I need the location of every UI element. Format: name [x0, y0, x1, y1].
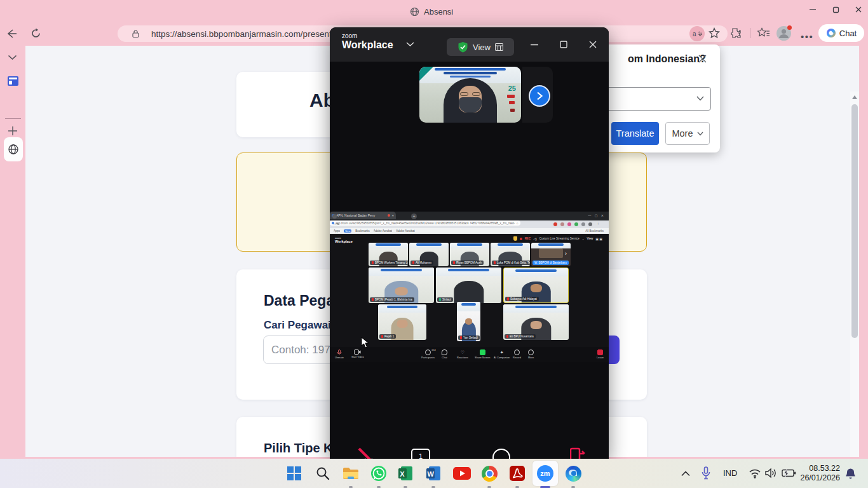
participant-name-label: Riyan BBPOM Aceh: [451, 261, 484, 265]
browser-tab-absensi[interactable]: Absensi: [410, 4, 453, 19]
favorite-star-icon[interactable]: [709, 27, 720, 39]
participant-name-label: BPOM (Pejab) 1, Elshinta Ina: [370, 297, 414, 302]
participant-name-label: Ali Muhamm: [410, 261, 433, 265]
scroll-up-arrow-icon[interactable]: [852, 95, 857, 99]
notification-bell-icon[interactable]: [845, 468, 856, 479]
security-shield-icon: [458, 41, 468, 53]
clock[interactable]: 08.53.22 26/01/2026: [798, 464, 840, 483]
tray-expand-chevron[interactable]: [681, 471, 690, 477]
zoom-bottom-controls-partial: 1: [330, 444, 609, 459]
shared-tab-close-icon: ×: [391, 214, 394, 217]
new-tab-button[interactable]: [8, 126, 18, 136]
taskbar-excel[interactable]: X: [393, 461, 418, 486]
zoom-brand-large: Workplace: [342, 39, 393, 50]
scrollbar-thumb[interactable]: [851, 104, 858, 338]
shared-bookmarks-bar: Apps New Bookmarks Adobe Acrobat Adobe A…: [330, 228, 609, 234]
participant-tile: Riyan BBPOM Aceh: [450, 243, 489, 266]
anniversary-25-badge: 25: [508, 85, 516, 92]
participant-name-label: Subagyo Adi Hidayat: [505, 297, 539, 301]
shared-camera-icons: ▣ ▣: [595, 237, 602, 241]
participant-name-label: W. BBPOM di Banjarbaru: [532, 261, 569, 265]
translate-button[interactable]: Translate: [611, 122, 659, 145]
shared-bookmark-apps: Apps: [334, 229, 340, 233]
zoom-view-button[interactable]: View: [447, 38, 514, 56]
word-icon: W: [426, 466, 441, 481]
shared-extensions-icon: [581, 222, 585, 226]
zoom-menu-chevron-icon[interactable]: [406, 42, 414, 47]
taskbar-word[interactable]: W: [421, 461, 446, 486]
file-explorer-icon: [342, 466, 359, 480]
collapse-sidebar-chevron-icon[interactable]: [8, 55, 17, 60]
browser-minimize-button[interactable]: [808, 5, 817, 14]
leave-button-partial[interactable]: [570, 447, 587, 459]
profile-avatar[interactable]: [776, 26, 791, 41]
shared-reactions-button: ♡ Reactions: [457, 349, 468, 359]
taskbar-chrome[interactable]: [477, 461, 502, 486]
chevron-down-icon: [697, 132, 703, 136]
taskbar-youtube[interactable]: [449, 461, 475, 486]
zoom-minimize-button[interactable]: [531, 44, 538, 46]
face-mask: [459, 97, 482, 112]
taskbar-zoom-active[interactable]: zm: [532, 461, 558, 486]
zoom-brand-small: zoom: [342, 33, 393, 39]
participant-tile: BPOM Workers Timang Lin: [369, 243, 408, 266]
favorites-list-icon[interactable]: [757, 27, 770, 39]
zoom-workplace-window: zoom Workplace View: [330, 27, 609, 459]
shared-participants-button: 154 Participants: [421, 349, 435, 359]
translate-page-icon[interactable]: a: [689, 26, 705, 41]
browser-maximize-button[interactable]: [831, 5, 840, 14]
browser-window-controls: [808, 5, 863, 14]
shared-address-bar: app.zoom.us/wc/96259550555/join?_x_zm_rt…: [330, 220, 520, 226]
banner-red-mark: [507, 95, 515, 98]
participant-name-label: Loka POM di Kab Bela. Te: [492, 261, 530, 265]
refresh-button[interactable]: [31, 28, 41, 39]
participant-name-label: Eti BPU Nusantara: [505, 334, 536, 339]
active-tab-thumbnail[interactable]: [4, 137, 23, 161]
employee-search-label: Cari Pegawai (: [264, 319, 337, 332]
shared-chat-button: Chat: [442, 349, 447, 359]
chevron-right-icon: [536, 92, 543, 100]
volume-icon[interactable]: [765, 468, 777, 478]
taskbar-search-button[interactable]: [310, 461, 336, 486]
video-button-partial[interactable]: 1: [411, 449, 430, 459]
shared-tab-title: APN. Nasional Badan Peny: [336, 214, 386, 217]
copilot-chat-button[interactable]: Chat: [818, 24, 864, 42]
pinned-site-icon[interactable]: [8, 76, 18, 86]
browser-close-button[interactable]: [854, 5, 863, 14]
microphone-in-use-icon[interactable]: [702, 466, 710, 480]
page-scrollbar[interactable]: [850, 92, 859, 488]
view-label: View: [473, 43, 491, 52]
participant-tile: Loka POM di Kab Bela. Te: [491, 243, 530, 266]
shared-more-button: More: [528, 349, 534, 359]
start-button[interactable]: [281, 461, 307, 486]
zoom-close-button[interactable]: [589, 41, 597, 48]
record-button-partial[interactable]: [492, 449, 510, 459]
translate-popup-close-icon[interactable]: [698, 54, 707, 64]
language-indicator[interactable]: IND: [723, 468, 737, 478]
battery-charging-icon[interactable]: [782, 469, 796, 477]
extensions-icon[interactable]: [730, 27, 742, 39]
taskbar-whatsapp[interactable]: [366, 461, 391, 486]
glasses: [472, 92, 480, 96]
shared-apps-badge: New: [344, 229, 351, 233]
globe-icon: [8, 144, 19, 155]
next-video-page-button[interactable]: [529, 85, 550, 107]
participant-tile: Pejab 1: [378, 304, 426, 340]
mute-button-partial[interactable]: [356, 446, 378, 459]
shared-speaker-icon: ◁): [533, 237, 537, 241]
taskbar-edge[interactable]: [560, 461, 586, 486]
translate-more-button[interactable]: More: [665, 122, 710, 145]
banner-red-mark: [509, 101, 515, 104]
zoom-title-bar[interactable]: zoom Workplace View: [330, 27, 609, 62]
participant-video-tile[interactable]: 25 Lia Afriani: [419, 67, 521, 123]
taskbar-file-explorer[interactable]: [338, 461, 363, 486]
participant-tile: BPOM (Pejab) 1, Elshinta Ina: [369, 268, 434, 303]
shared-profile-icon: [588, 222, 592, 226]
shared-grid-next-arrow: ›: [565, 250, 567, 257]
zoom-maximize-button[interactable]: [560, 41, 567, 48]
browser-menu-button[interactable]: •••: [801, 31, 813, 42]
wifi-icon[interactable]: [749, 468, 761, 478]
back-button[interactable]: [6, 29, 17, 39]
taskbar-acrobat[interactable]: [505, 461, 530, 486]
tray-time: 08.53.22: [798, 464, 840, 473]
